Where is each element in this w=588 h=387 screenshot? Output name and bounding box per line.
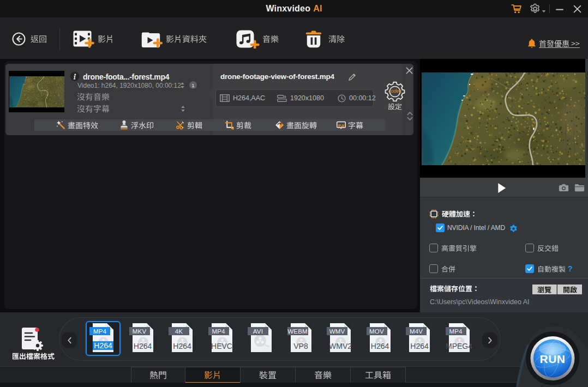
- edit-tool-icon: [225, 120, 234, 130]
- add-video-label[interactable]: [98, 35, 114, 43]
- format-item[interactable]: WEBM VP8: [284, 321, 319, 356]
- add-video-folder-label[interactable]: [166, 35, 207, 43]
- scroll-up-icon[interactable]: [407, 111, 413, 116]
- snapshot-camera-icon[interactable]: [559, 184, 569, 192]
- option-checkbox[interactable]: [429, 264, 438, 273]
- preview-image: [422, 72, 585, 165]
- file-card[interactable]: drone-footage-view-of-forest.mp4 H264,AA…: [5, 64, 413, 135]
- format-item[interactable]: AVI: [244, 321, 279, 356]
- open-folder-icon[interactable]: [574, 184, 585, 192]
- thumbnail-image: [9, 76, 64, 107]
- edit-tool-label: [68, 122, 98, 129]
- edit-tool-icon: [337, 120, 346, 130]
- format-item[interactable]: MOV H264: [363, 321, 398, 356]
- format-container-label: M4V: [406, 327, 427, 335]
- format-item[interactable]: WMV WMV2: [323, 321, 358, 356]
- track-count-badge: 1: [189, 81, 197, 89]
- format-container-label: MKV: [129, 327, 150, 335]
- category-tab[interactable]: [131, 367, 185, 383]
- video-track-selector-icon[interactable]: [180, 82, 185, 89]
- subtitle-selector-icon[interactable]: [181, 105, 185, 112]
- format-item[interactable]: MKV H264: [125, 321, 160, 356]
- minimize-icon[interactable]: [555, 4, 565, 14]
- category-tab-label: [149, 371, 167, 379]
- browse-button[interactable]: [532, 285, 557, 294]
- video-thumbnail: [9, 71, 64, 112]
- hardware-accel-label: [442, 210, 477, 217]
- format-item[interactable]: MP4 HEVC: [205, 321, 239, 356]
- rename-pencil-icon[interactable]: [348, 73, 356, 81]
- option-checkbox[interactable]: [525, 264, 534, 273]
- format-container-label: AVI: [248, 327, 268, 335]
- settings-gear-icon[interactable]: [529, 3, 541, 15]
- browse-label: [537, 286, 551, 293]
- edit-tool-crop[interactable]: [225, 119, 251, 131]
- option-checkbox[interactable]: [429, 244, 438, 252]
- category-tab-label: [314, 371, 332, 379]
- edit-tool-watermark[interactable]: [119, 119, 154, 131]
- promo-link[interactable]: [527, 38, 580, 49]
- edit-tool-label: [187, 122, 202, 129]
- option-label: [441, 265, 455, 273]
- category-tab[interactable]: [185, 367, 241, 383]
- format-container-label: WEBM: [287, 327, 308, 335]
- check-icon: [437, 225, 443, 231]
- clear-icon[interactable]: [305, 31, 322, 48]
- promo-label[interactable]: [539, 40, 580, 48]
- hardware-accel-header: [429, 209, 477, 219]
- gpu-settings-gear-icon[interactable]: [509, 224, 518, 233]
- scroll-down-icon[interactable]: [407, 117, 413, 121]
- bell-icon: [527, 38, 536, 49]
- add-video-icon[interactable]: [73, 31, 95, 48]
- output-filename: drone-footage-view-of-forest.mp4: [220, 72, 334, 81]
- format-codec-label: H264: [370, 342, 391, 350]
- settings-label[interactable]: [384, 103, 406, 110]
- edit-tool-icon: [119, 120, 129, 130]
- category-tab[interactable]: [241, 367, 296, 383]
- edit-tool-subtitle[interactable]: [337, 119, 363, 131]
- codec-gear-text: codec: [383, 88, 407, 94]
- format-item[interactable]: MP4 MPEG4: [442, 321, 477, 356]
- resolution-info: 1920x1080: [277, 90, 324, 106]
- file-title: drone-foota...-forest.mp4: [83, 72, 169, 81]
- bottom-strip: [0, 383, 588, 387]
- close-icon[interactable]: [573, 5, 581, 13]
- edit-tool-rotate[interactable]: [275, 119, 317, 131]
- edit-tool-icon: [275, 120, 284, 130]
- run-button[interactable]: [526, 332, 579, 385]
- help-icon[interactable]: ?: [568, 264, 573, 273]
- clear-label[interactable]: [328, 35, 345, 43]
- add-music-icon[interactable]: [236, 30, 260, 49]
- format-item[interactable]: MP4 H264: [86, 321, 121, 356]
- add-video-folder-icon[interactable]: [141, 31, 163, 48]
- preview-controls: [420, 178, 588, 197]
- format-item[interactable]: M4V H264: [402, 321, 437, 356]
- file-queue-panel: drone-footage-view-of-forest.mp4 H264,AA…: [4, 61, 417, 309]
- codec-info-box: H264,AAC 1920x1080 00:00:12: [215, 89, 374, 107]
- format-codec-label: H264: [93, 341, 113, 350]
- option-checkbox[interactable]: [525, 244, 534, 252]
- save-location-section: C:\Users\pc\Videos\Winxvideo AI: [420, 278, 588, 312]
- format-item[interactable]: 4K H264: [165, 321, 200, 356]
- category-tab-label: [259, 371, 277, 379]
- category-tabs: [0, 366, 588, 383]
- back-button-icon[interactable]: [12, 32, 26, 46]
- category-tab[interactable]: [351, 367, 406, 383]
- info-icon[interactable]: [70, 71, 80, 81]
- edit-tool-effects[interactable]: [56, 119, 98, 131]
- cart-icon[interactable]: [511, 3, 523, 15]
- duration-info: 00:00:12: [338, 90, 376, 106]
- option-row: ?: [525, 264, 573, 273]
- gpu-checkbox[interactable]: [436, 223, 445, 232]
- edit-tool-trim[interactable]: [176, 119, 202, 131]
- play-icon[interactable]: [497, 183, 506, 194]
- remove-file-icon[interactable]: [406, 67, 413, 74]
- open-button[interactable]: [557, 285, 582, 294]
- chip-icon: [429, 209, 439, 219]
- app-title-text: Winxvideo: [266, 4, 310, 14]
- category-tab[interactable]: [296, 367, 351, 383]
- back-label[interactable]: [31, 35, 47, 43]
- add-music-label[interactable]: [262, 35, 279, 43]
- format-container-label: WMV: [327, 327, 347, 335]
- gear-caret-icon: [542, 10, 546, 13]
